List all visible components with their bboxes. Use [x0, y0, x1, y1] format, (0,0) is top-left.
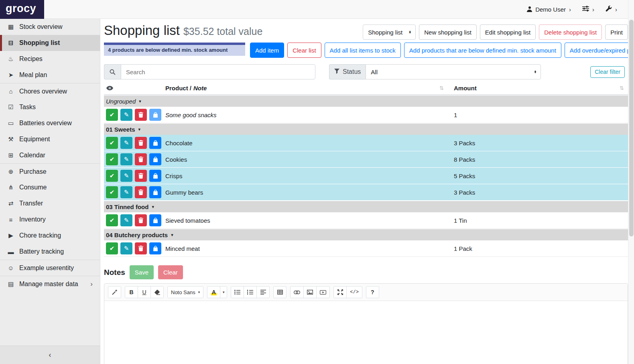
- delete-shopping-list-button[interactable]: Delete shopping list: [539, 24, 602, 40]
- product-card-button[interactable]: [149, 186, 161, 198]
- unordered-list-button[interactable]: [231, 286, 244, 298]
- product-column-header[interactable]: Product / Note ⇅: [164, 85, 453, 92]
- paragraph-align-button[interactable]: [256, 286, 270, 298]
- user-menu[interactable]: Demo User ›: [527, 6, 571, 13]
- admin-menu[interactable]: ›: [606, 6, 617, 13]
- help-button[interactable]: ?: [366, 286, 379, 298]
- sidebar-item-consume[interactable]: ⋔ Consume: [0, 179, 100, 195]
- underline-button[interactable]: U: [138, 286, 151, 298]
- sidebar-item-manage-master-data[interactable]: ▤ Manage master data ›: [0, 276, 100, 292]
- font-family-dropdown[interactable]: Noto Sans▾: [167, 286, 203, 298]
- sidebar-item-chore-tracking[interactable]: ▶ Chore tracking: [0, 228, 100, 244]
- delete-item-button[interactable]: [135, 170, 147, 182]
- delete-item-button[interactable]: [135, 186, 147, 198]
- clear-filter-button[interactable]: Clear filter: [590, 66, 625, 78]
- group-row-butchery-products[interactable]: 04 Butchery products ▾: [104, 229, 628, 240]
- scrollbar-thumb[interactable]: [629, 20, 634, 236]
- ordered-list-button[interactable]: [244, 286, 257, 298]
- insert-picture-button[interactable]: [303, 286, 317, 298]
- product-card-button[interactable]: [149, 214, 161, 226]
- edit-item-button[interactable]: ✎: [120, 186, 132, 198]
- delete-item-button[interactable]: [135, 214, 147, 226]
- code-view-button[interactable]: </>: [346, 286, 362, 298]
- product-card-button[interactable]: [149, 170, 161, 182]
- grocy-logo[interactable]: grocy: [0, 0, 44, 19]
- sidebar-item-transfer[interactable]: ⇄ Transfer: [0, 195, 100, 211]
- text-color-button[interactable]: A: [207, 286, 220, 298]
- add-all-to-stock-button[interactable]: Add all list items to stock: [325, 43, 401, 58]
- sidebar-item-tasks[interactable]: ☑ Tasks: [0, 99, 100, 115]
- notes-save-button[interactable]: Save: [130, 265, 154, 279]
- sidebar-item-inventory[interactable]: ≡ Inventory: [0, 211, 100, 228]
- sidebar-item-shopping-list[interactable]: ⊟ Shopping list: [0, 35, 100, 51]
- product-card-button[interactable]: [149, 109, 161, 121]
- mark-done-button[interactable]: ✔: [106, 109, 118, 121]
- amount-column-header[interactable]: Amount ⇅: [453, 85, 628, 92]
- insert-video-button[interactable]: [316, 286, 330, 298]
- mark-done-button[interactable]: ✔: [106, 137, 118, 149]
- group-row-sweets[interactable]: 01 Sweets ▾: [104, 124, 628, 135]
- edit-shopping-list-button[interactable]: Edit shopping list: [480, 24, 536, 40]
- group-row-ungrouped[interactable]: Ungrouped ▾: [104, 96, 628, 107]
- edit-item-button[interactable]: ✎: [120, 214, 132, 226]
- sidebar-item-calendar[interactable]: ⊞ Calendar: [0, 147, 100, 163]
- mark-done-button[interactable]: ✔: [106, 170, 118, 182]
- insert-table-button[interactable]: [273, 286, 287, 298]
- add-below-min-stock-button[interactable]: Add products that are below defined min.…: [404, 43, 561, 58]
- sidebar-item-example-userentity[interactable]: ☺ Example userentity: [0, 260, 100, 276]
- notes-editor-area[interactable]: [104, 301, 628, 364]
- shopping-list-select[interactable]: Shopping list ▲▼: [363, 24, 416, 40]
- status-select[interactable]: All ▲▼: [366, 64, 541, 79]
- sort-icon[interactable]: ⇅: [620, 85, 628, 91]
- insert-link-button[interactable]: [290, 286, 304, 298]
- sidebar-item-battery-tracking[interactable]: ▬ Battery tracking: [0, 244, 100, 260]
- page-scrollbar[interactable]: [628, 0, 634, 364]
- delete-item-button[interactable]: [135, 137, 147, 149]
- edit-item-button[interactable]: ✎: [120, 109, 132, 121]
- sliders-icon: [582, 6, 589, 13]
- clear-list-button[interactable]: Clear list: [287, 43, 321, 58]
- notes-title: Notes: [104, 268, 125, 277]
- sidebar-item-chores-overview[interactable]: ⌂ Chores overview: [0, 83, 100, 99]
- sidebar-item-equipment[interactable]: ⚒ Equipment: [0, 131, 100, 147]
- sidebar-item-recipes[interactable]: ♨ Recipes: [0, 51, 100, 67]
- mark-done-button[interactable]: ✔: [106, 242, 118, 254]
- shopping-list-table: Product / Note ⇅ Amount ⇅ Ungrouped ▾ ✔ …: [104, 85, 628, 257]
- add-overdue-button[interactable]: Add overdue/expired products: [565, 43, 634, 58]
- sidebar-item-stock-overview[interactable]: ▦ Stock overview: [0, 19, 100, 35]
- delete-item-button[interactable]: [135, 109, 147, 121]
- mark-done-button[interactable]: ✔: [106, 214, 118, 226]
- edit-item-button[interactable]: ✎: [120, 153, 132, 165]
- delete-item-button[interactable]: [135, 153, 147, 165]
- text-color-dropdown[interactable]: ▾: [220, 286, 227, 298]
- product-card-button[interactable]: [149, 153, 161, 165]
- sidebar-collapse-button[interactable]: ‹: [0, 346, 100, 364]
- cart-icon: ⊟: [7, 39, 15, 47]
- print-button[interactable]: Print: [605, 24, 628, 40]
- visibility-column-header[interactable]: [104, 85, 164, 92]
- style-magic-button[interactable]: [108, 286, 121, 298]
- bold-button[interactable]: B: [125, 286, 138, 298]
- product-card-button[interactable]: [149, 242, 161, 254]
- group-row-tinned-food[interactable]: 03 Tinned food ▾: [104, 201, 628, 212]
- settings-menu[interactable]: ›: [582, 6, 594, 13]
- status-select-value: All: [371, 69, 378, 75]
- sidebar-item-purchase[interactable]: ⊕ Purchase: [0, 163, 100, 179]
- edit-item-button[interactable]: ✎: [120, 137, 132, 149]
- add-item-button[interactable]: Add item: [250, 43, 284, 58]
- product-card-button[interactable]: [149, 137, 161, 149]
- sidebar-item-meal-plan[interactable]: ➤ Meal plan: [0, 67, 100, 83]
- sidebar-item-batteries-overview[interactable]: ▭ Batteries overview: [0, 115, 100, 131]
- edit-item-button[interactable]: ✎: [120, 170, 132, 182]
- delete-item-button[interactable]: [135, 242, 147, 254]
- edit-item-button[interactable]: ✎: [120, 242, 132, 254]
- search-input[interactable]: [121, 64, 315, 79]
- sort-icon[interactable]: ⇅: [439, 85, 453, 91]
- new-shopping-list-button[interactable]: New shopping list: [419, 24, 477, 40]
- caret-down-icon: ▾: [198, 290, 200, 294]
- clear-formatting-button[interactable]: [150, 286, 164, 298]
- mark-done-button[interactable]: ✔: [106, 153, 118, 165]
- notes-clear-button[interactable]: Clear: [158, 265, 183, 279]
- fullscreen-button[interactable]: [333, 286, 347, 298]
- mark-done-button[interactable]: ✔: [106, 186, 118, 198]
